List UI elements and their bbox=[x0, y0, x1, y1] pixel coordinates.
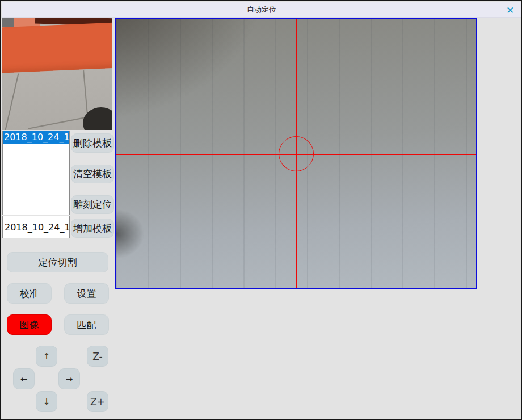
engrave-position-button[interactable]: 雕刻定位 bbox=[71, 195, 114, 214]
jog-right-button[interactable]: → bbox=[58, 368, 80, 389]
auto-position-dialog: 自动定位 ✕ 2018_10_24_11 2018_10_24_11 删除模板 … bbox=[0, 0, 522, 420]
image-button[interactable]: 图像 bbox=[7, 314, 52, 335]
jog-z-minus-button[interactable]: Z- bbox=[87, 346, 108, 367]
thumb-orange-band bbox=[2, 22, 112, 73]
jog-up-button[interactable]: ↑ bbox=[36, 346, 57, 367]
template-preview-image bbox=[2, 18, 112, 130]
clear-template-button[interactable]: 清空模板 bbox=[71, 165, 114, 183]
template-name-field[interactable]: 2018_10_24_11 bbox=[2, 216, 70, 238]
template-list[interactable]: 2018_10_24_11 bbox=[2, 131, 70, 215]
roi-circle bbox=[279, 136, 314, 171]
delete-template-button[interactable]: 删除模板 bbox=[71, 133, 114, 153]
title-bar: 自动定位 ✕ bbox=[2, 2, 521, 18]
window-title: 自动定位 bbox=[247, 5, 276, 15]
match-button[interactable]: 匹配 bbox=[64, 314, 109, 335]
template-list-item[interactable]: 2018_10_24_11 bbox=[3, 131, 69, 144]
jog-left-button[interactable]: ← bbox=[13, 368, 35, 389]
add-template-button[interactable]: 增加模板 bbox=[71, 219, 114, 238]
jog-z-plus-button[interactable]: Z+ bbox=[87, 391, 108, 412]
thumb-tile-line bbox=[3, 73, 19, 130]
calibrate-button[interactable]: 校准 bbox=[7, 283, 52, 304]
jog-down-button[interactable]: ↓ bbox=[36, 391, 57, 412]
camera-live-view[interactable] bbox=[115, 18, 477, 289]
close-icon[interactable]: ✕ bbox=[504, 4, 516, 16]
thumb-gray-block bbox=[2, 18, 15, 27]
position-cut-button[interactable]: 定位切割 bbox=[7, 252, 108, 272]
settings-button[interactable]: 设置 bbox=[64, 283, 109, 304]
